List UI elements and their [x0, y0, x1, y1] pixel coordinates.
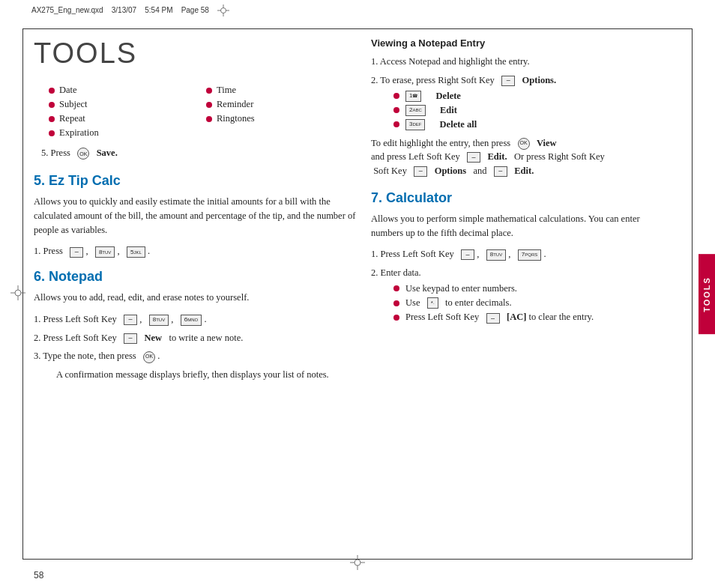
- edit-para-text: To edit highlight the entry, then press: [371, 138, 510, 148]
- star-key: *·: [427, 297, 438, 309]
- viewing-step2: 2. To erase, press Right Soft Key – Opti…: [371, 73, 674, 88]
- calc-key-7: 7PQRS: [518, 249, 541, 261]
- minus-key-icon: –: [70, 247, 83, 258]
- bullet-list: Date Time Subject Reminder Repeat Ringto…: [49, 85, 356, 139]
- border-top: [22, 28, 693, 29]
- key-3def: 3DEF: [405, 119, 425, 130]
- calc-step1-text: 1. Press Left Soft Key: [371, 249, 454, 259]
- bullet-reminder-label: Reminder: [217, 99, 253, 110]
- bullet-dot: [206, 102, 212, 108]
- notepad-step1: 1. Press Left Soft Key – , 8TUV , 6MNO .: [34, 312, 356, 327]
- notepad-step3-suffix: .: [157, 351, 160, 361]
- softkey-left-edit: –: [467, 152, 480, 163]
- softkey-ac: –: [486, 313, 500, 324]
- viewing-edit-para: To edit highlight the entry, then press …: [371, 136, 674, 178]
- filename-text: AX275_Eng_new.qxd: [31, 6, 103, 14]
- bullet-dot: [393, 107, 399, 113]
- bullet-ringtones-label: Ringtones: [217, 113, 255, 124]
- header: AX275_Eng_new.qxd 3/13/07 5:54 PM Page 5…: [31, 4, 684, 16]
- bullet-date-label: Date: [59, 85, 77, 96]
- calc-sub-3: Press Left Soft Key – [AC] to clear the …: [393, 312, 674, 323]
- right-column: Viewing a Notepad Entry 1. Access Notepa…: [371, 37, 674, 551]
- ez-tip-heading: 5. Ez Tip Calc: [34, 173, 356, 189]
- key-6mno: 6MNO: [181, 315, 202, 326]
- bullet-time-label: Time: [217, 85, 236, 96]
- press-save-line: 5. Press OK Save.: [41, 148, 356, 160]
- press-save-text: 5. Press: [41, 148, 70, 158]
- edit1-bold: Edit.: [487, 151, 507, 162]
- bullet-dot: [393, 121, 399, 127]
- bullet-dot: [49, 88, 55, 94]
- calc-sub-bullets: Use keypad to enter numbers. Use *· to e…: [393, 283, 674, 324]
- header-filename: AX275_Eng_new.qxd 3/13/07 5:54 PM Page 5…: [31, 4, 684, 16]
- svg-point-2: [221, 8, 226, 13]
- bullet-expiration-label: Expiration: [59, 127, 99, 139]
- softkey-right-3: –: [494, 166, 507, 177]
- edit-label: Edit: [440, 105, 457, 116]
- notepad-step2-suffix: to write a new note.: [169, 333, 243, 343]
- edit-or-text: Or press Right Soft Key: [514, 151, 605, 162]
- bullet-dot: [393, 315, 399, 321]
- calculator-heading: 7. Calculator: [371, 190, 674, 206]
- notepad-body: Allows you to add, read, edit, and erase…: [34, 291, 356, 305]
- header-time: 5:54 PM: [145, 6, 172, 14]
- sub-bullet-delete: 1☎ Delete: [393, 91, 674, 102]
- tools-heading: TOOLS: [34, 37, 356, 70]
- bullet-dot: [206, 116, 212, 122]
- save-bold: Save.: [97, 148, 118, 158]
- delete-label: Delete: [436, 91, 461, 102]
- notepad-new-bold: New: [145, 333, 163, 343]
- key-8tuv: 8TUV: [95, 246, 115, 258]
- notepad-confirmation-text: A confirmation message displays briefly,…: [56, 369, 329, 380]
- left-column: TOOLS Date Time Subject Reminder R: [34, 37, 356, 551]
- bottom-crosshair: [350, 555, 365, 573]
- notepad-step1-text: 1. Press Left Soft Key: [34, 314, 117, 324]
- key-5jkl: 5JKL: [127, 246, 145, 258]
- viewing-sub-bullets: 1☎ Delete 2ABC Edit 3DEF Delete all: [393, 91, 674, 130]
- viewing-step2-text: 2. To erase, press Right Soft Key: [371, 75, 495, 85]
- ok-key-3: OK: [518, 138, 530, 150]
- bullet-reminder: Reminder: [206, 99, 356, 110]
- notepad-step3: 3. Type the note, then press OK .: [34, 349, 356, 363]
- bullet-time: Time: [206, 85, 356, 96]
- softkey-left-2: –: [124, 333, 137, 344]
- viewing-heading: Viewing a Notepad Entry: [371, 37, 674, 49]
- notepad-step2: 2. Press Left Soft Key – New to write a …: [34, 331, 356, 345]
- bullet-dot: [393, 300, 399, 306]
- bullet-dot: [393, 93, 399, 99]
- notepad-heading: 6. Notepad: [34, 269, 356, 285]
- bullet-expiration: Expiration: [49, 127, 199, 139]
- calc-sub-2: Use *· to enter decimals.: [393, 297, 674, 309]
- svg-point-5: [355, 560, 360, 566]
- side-tab-label: TOOLS: [702, 276, 711, 312]
- side-tab: TOOLS: [699, 254, 715, 335]
- calc-sub-3-text: Press Left Soft Key – [AC] to clear the …: [405, 312, 594, 323]
- svg-point-8: [15, 290, 21, 296]
- calc-key-8: 8TUV: [486, 249, 506, 261]
- page-number: 58: [34, 570, 43, 581]
- bottom-crosshair-icon: [350, 555, 365, 570]
- softkey-right-options: –: [501, 76, 515, 86]
- calc-sub-1-text: Use keypad to enter numbers.: [405, 283, 517, 294]
- bullet-ringtones: Ringtones: [206, 113, 356, 124]
- ok-key-2: OK: [143, 351, 155, 363]
- bullet-date: Date: [49, 85, 199, 96]
- bullet-dot: [206, 88, 212, 94]
- ez-tip-step1-text: 1. Press: [34, 246, 63, 256]
- crosshair-icon: [217, 4, 229, 16]
- left-crosshair: [10, 285, 25, 303]
- bullet-dot: [49, 130, 55, 136]
- viewing-step1: 1. Access Notepad and highlight the entr…: [371, 55, 674, 69]
- ez-tip-step1: 1. Press – , 8TUV , 5JKL .: [34, 244, 356, 258]
- header-date: 3/13/07: [112, 6, 136, 14]
- header-page: Page 58: [181, 6, 209, 14]
- notepad-step2-text: 2. Press Left Soft Key: [34, 333, 117, 343]
- notepad-step3-text: 3. Type the note, then press: [34, 351, 136, 361]
- calc-step2: 2. Enter data.: [371, 266, 674, 280]
- edit-middle-text: and press Left Soft Key: [371, 151, 460, 162]
- key-8tuv-2: 8TUV: [149, 315, 169, 326]
- delete-all-label: Delete all: [440, 119, 477, 130]
- edit2-bold: Edit.: [514, 166, 534, 176]
- key-1: 1☎: [405, 91, 421, 102]
- viewing-options-bold: Options.: [522, 75, 557, 85]
